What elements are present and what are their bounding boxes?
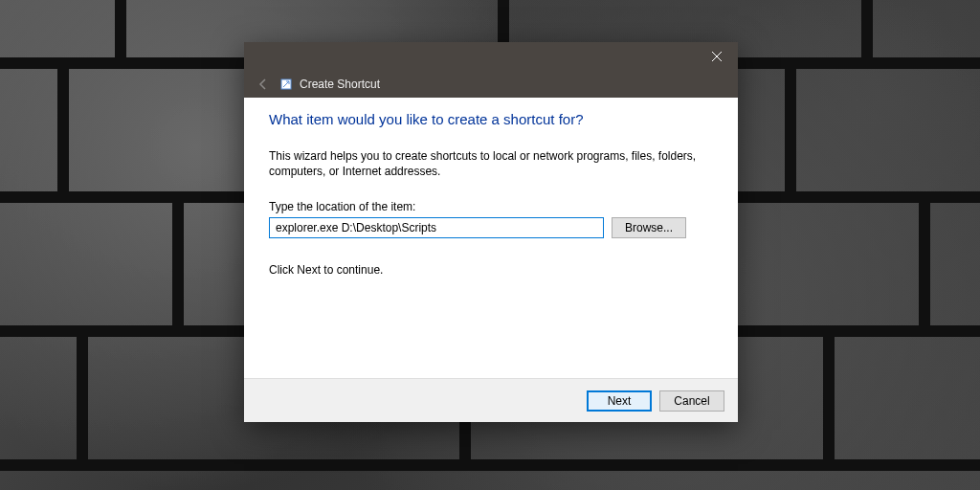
location-input-row: Browse... [269,217,713,238]
page-description: This wizard helps you to create shortcut… [269,148,700,179]
wizard-header: Create Shortcut [244,71,738,98]
cancel-button[interactable]: Cancel [659,390,724,412]
close-icon [712,52,722,61]
continue-instruction: Click Next to continue. [269,263,713,277]
wizard-content: What item would you like to create a sho… [244,98,738,378]
location-input[interactable] [269,217,604,238]
back-button [254,75,273,94]
create-shortcut-dialog: Create Shortcut What item would you like… [244,42,738,422]
dialog-footer: Next Cancel [244,378,738,422]
browse-button[interactable]: Browse... [612,217,686,238]
wizard-title: Create Shortcut [300,78,380,91]
titlebar[interactable] [244,42,738,71]
close-button[interactable] [695,42,738,71]
arrow-left-icon [256,78,270,91]
next-button[interactable]: Next [587,390,652,412]
shortcut-icon [278,77,294,92]
location-label: Type the location of the item: [269,200,713,213]
page-heading: What item would you like to create a sho… [269,111,713,127]
